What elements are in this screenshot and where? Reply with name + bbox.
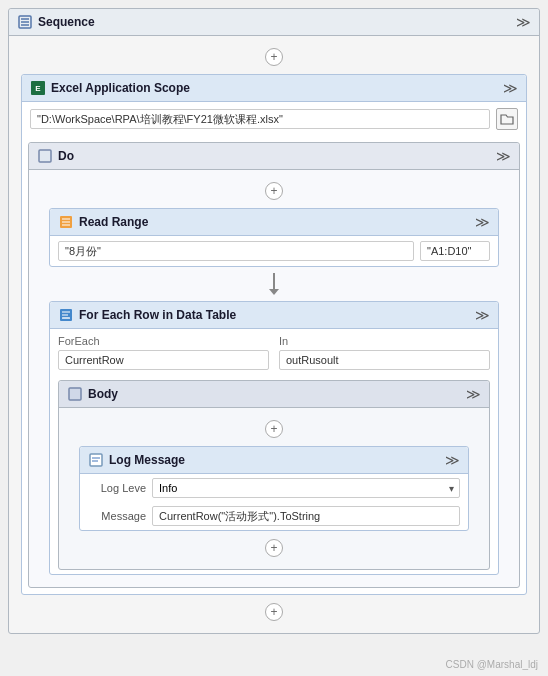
for-each-header: For Each Row in Data Table ≫ [50, 302, 498, 329]
read-range-collapse-btn[interactable]: ≫ [475, 215, 490, 229]
do-header: Do ≫ [29, 143, 519, 170]
body-title: Body [88, 387, 118, 401]
in-value-input[interactable] [279, 350, 490, 370]
foreach-value-input[interactable] [58, 350, 269, 370]
read-range-header: Read Range ≫ [50, 209, 498, 236]
for-each-collapse-btn[interactable]: ≫ [475, 308, 490, 322]
read-range-icon [58, 214, 74, 230]
log-message-row: Message [80, 502, 468, 530]
folder-btn[interactable] [496, 108, 518, 130]
file-path-input[interactable] [30, 109, 490, 129]
body-bottom-plus: + [71, 535, 477, 561]
arrow-connector [41, 271, 507, 297]
excel-scope-title: Excel Application Scope [51, 81, 190, 95]
main-canvas: Sequence ≫ + E Excel Application Scope [0, 0, 548, 676]
read-range-block: Read Range ≫ [49, 208, 499, 267]
svg-rect-4 [39, 150, 51, 162]
log-level-select-wrapper: Debug Info Warn Error Fatal ▾ [152, 478, 460, 498]
in-label: In [279, 335, 490, 347]
body-top-plus: + [71, 416, 477, 442]
for-each-block: For Each Row in Data Table ≫ ForEach [49, 301, 499, 575]
log-message-header: Log Message ≫ [80, 447, 468, 474]
do-collapse-btn[interactable]: ≫ [496, 149, 511, 163]
message-input[interactable] [152, 506, 460, 526]
log-message-title: Log Message [109, 453, 185, 467]
sequence-title: Sequence [38, 15, 95, 29]
sequence-bottom-plus: + [21, 599, 527, 625]
body-content: + [59, 408, 489, 569]
body-collapse-btn[interactable]: ≫ [466, 387, 481, 401]
sequence-body: + E Excel Application Scope ≫ [9, 36, 539, 633]
do-top-plus: + [41, 178, 507, 204]
excel-scope-collapse-btn[interactable]: ≫ [503, 81, 518, 95]
sheet-name-input[interactable] [58, 241, 414, 261]
message-label: Message [88, 510, 146, 522]
foreach-label: ForEach [58, 335, 269, 347]
do-title: Do [58, 149, 74, 163]
log-message-collapse-btn[interactable]: ≫ [445, 453, 460, 467]
excel-scope-block: E Excel Application Scope ≫ [21, 74, 527, 595]
body-header: Body ≫ [59, 381, 489, 408]
top-plus-btn[interactable]: + [265, 48, 283, 66]
log-level-label: Log Leve [88, 482, 146, 494]
watermark: CSDN @Marshal_ldj [446, 659, 538, 670]
cell-range-input[interactable] [420, 241, 490, 261]
do-top-plus-btn[interactable]: + [265, 182, 283, 200]
read-range-fields [50, 236, 498, 266]
sequence-block: Sequence ≫ + E Excel Application Scope [8, 8, 540, 634]
read-range-title: Read Range [79, 215, 148, 229]
log-message-icon [88, 452, 104, 468]
sequence-icon [17, 14, 33, 30]
for-each-icon [58, 307, 74, 323]
log-message-block: Log Message ≫ Log Leve [79, 446, 469, 531]
svg-rect-13 [69, 388, 81, 400]
body-bottom-plus-btn[interactable]: + [265, 539, 283, 557]
svg-rect-12 [62, 317, 70, 319]
top-plus-connector: + [21, 44, 527, 70]
body-block: Body ≫ + [58, 380, 490, 570]
sequence-bottom-plus-btn[interactable]: + [265, 603, 283, 621]
in-field: In [279, 335, 490, 370]
do-body: + [29, 170, 519, 587]
for-each-title: For Each Row in Data Table [79, 308, 236, 322]
body-top-plus-btn[interactable]: + [265, 420, 283, 438]
foreach-field: ForEach [58, 335, 269, 370]
svg-rect-14 [90, 454, 102, 466]
log-level-select[interactable]: Debug Info Warn Error Fatal [152, 478, 460, 498]
file-path-row [22, 102, 526, 136]
do-block: Do ≫ + [28, 142, 520, 588]
sequence-header: Sequence ≫ [9, 9, 539, 36]
for-each-fields: ForEach In [50, 329, 498, 376]
body-icon [67, 386, 83, 402]
sequence-collapse-btn[interactable]: ≫ [516, 15, 531, 29]
excel-scope-header: E Excel Application Scope ≫ [22, 75, 526, 102]
excel-icon: E [30, 80, 46, 96]
do-icon [37, 148, 53, 164]
log-level-row: Log Leve Debug Info Warn Error [80, 474, 468, 502]
